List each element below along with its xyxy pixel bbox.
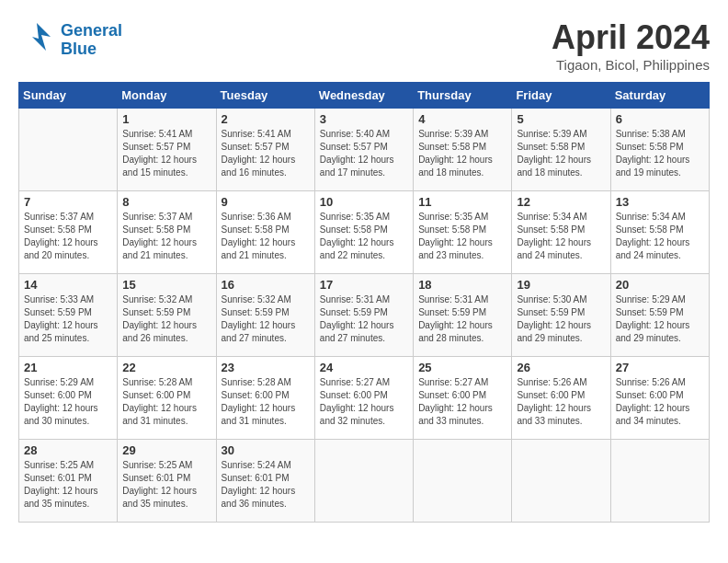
day-number: 30 (222, 443, 310, 457)
day-content: Sunrise: 5:29 AM Sunset: 5:59 PM Dayligh… (616, 293, 704, 345)
calendar-cell (314, 440, 413, 523)
day-content: Sunrise: 5:39 AM Sunset: 5:58 PM Dayligh… (418, 128, 506, 179)
day-content: Sunrise: 5:26 AM Sunset: 6:00 PM Dayligh… (517, 376, 605, 428)
calendar-cell: 2Sunrise: 5:41 AM Sunset: 5:57 PM Daylig… (216, 109, 314, 191)
calendar-cell: 16Sunrise: 5:32 AM Sunset: 5:59 PM Dayli… (216, 274, 314, 357)
location-subtitle: Tigaon, Bicol, Philippines (552, 57, 710, 73)
day-number: 14 (24, 278, 112, 292)
day-content: Sunrise: 5:24 AM Sunset: 6:01 PM Dayligh… (222, 459, 310, 511)
day-content: Sunrise: 5:37 AM Sunset: 5:58 PM Dayligh… (122, 211, 210, 262)
day-content: Sunrise: 5:28 AM Sunset: 6:00 PM Dayligh… (222, 376, 310, 428)
day-number: 16 (222, 278, 310, 292)
day-content: Sunrise: 5:37 AM Sunset: 5:58 PM Dayligh… (24, 211, 112, 262)
logo-icon (18, 18, 55, 62)
day-content: Sunrise: 5:35 AM Sunset: 5:58 PM Dayligh… (418, 211, 506, 262)
day-number: 10 (320, 195, 408, 209)
calendar-cell: 26Sunrise: 5:26 AM Sunset: 6:00 PM Dayli… (512, 357, 610, 440)
calendar-cell: 13Sunrise: 5:34 AM Sunset: 5:58 PM Dayli… (610, 191, 709, 274)
weekday-header: Tuesday (216, 83, 314, 109)
day-content: Sunrise: 5:31 AM Sunset: 5:59 PM Dayligh… (320, 293, 408, 345)
svg-marker-0 (32, 23, 51, 51)
calendar-cell: 23Sunrise: 5:28 AM Sunset: 6:00 PM Dayli… (216, 357, 314, 440)
day-number: 25 (418, 361, 506, 374)
day-number: 15 (122, 278, 210, 292)
calendar-cell: 3Sunrise: 5:40 AM Sunset: 5:57 PM Daylig… (314, 109, 413, 191)
day-number: 23 (222, 361, 310, 374)
calendar-cell: 5Sunrise: 5:39 AM Sunset: 5:58 PM Daylig… (512, 109, 610, 191)
day-content: Sunrise: 5:34 AM Sunset: 5:58 PM Dayligh… (517, 211, 605, 262)
calendar-cell: 25Sunrise: 5:27 AM Sunset: 6:00 PM Dayli… (414, 357, 512, 440)
weekday-header: Monday (118, 83, 216, 109)
day-content: Sunrise: 5:41 AM Sunset: 5:57 PM Dayligh… (122, 128, 210, 179)
day-number: 11 (418, 195, 506, 209)
day-number: 6 (616, 112, 704, 126)
day-number: 27 (616, 361, 704, 374)
day-content: Sunrise: 5:28 AM Sunset: 6:00 PM Dayligh… (122, 376, 210, 428)
day-content: Sunrise: 5:35 AM Sunset: 5:58 PM Dayligh… (320, 211, 408, 262)
day-number: 22 (122, 361, 210, 374)
day-number: 21 (24, 361, 112, 374)
calendar-cell: 7Sunrise: 5:37 AM Sunset: 5:58 PM Daylig… (19, 191, 118, 274)
day-content: Sunrise: 5:39 AM Sunset: 5:58 PM Dayligh… (517, 128, 605, 179)
day-content: Sunrise: 5:26 AM Sunset: 6:00 PM Dayligh… (616, 376, 704, 428)
weekday-header: Sunday (19, 83, 118, 109)
calendar-cell: 30Sunrise: 5:24 AM Sunset: 6:01 PM Dayli… (216, 440, 314, 523)
calendar-week-row: 7Sunrise: 5:37 AM Sunset: 5:58 PM Daylig… (19, 191, 710, 274)
day-number: 5 (517, 112, 605, 126)
day-number: 3 (320, 112, 408, 126)
day-number: 24 (320, 361, 408, 374)
day-number: 12 (517, 195, 605, 209)
calendar-cell: 17Sunrise: 5:31 AM Sunset: 5:59 PM Dayli… (314, 274, 413, 357)
day-number: 7 (24, 195, 112, 209)
calendar-cell: 6Sunrise: 5:38 AM Sunset: 5:58 PM Daylig… (610, 109, 709, 191)
calendar-week-row: 28Sunrise: 5:25 AM Sunset: 6:01 PM Dayli… (19, 440, 710, 523)
day-content: Sunrise: 5:30 AM Sunset: 5:59 PM Dayligh… (517, 293, 605, 345)
day-number: 17 (320, 278, 408, 292)
calendar-cell: 22Sunrise: 5:28 AM Sunset: 6:00 PM Dayli… (118, 357, 216, 440)
day-number: 20 (616, 278, 704, 292)
logo: General Blue (18, 18, 122, 62)
calendar-cell: 27Sunrise: 5:26 AM Sunset: 6:00 PM Dayli… (610, 357, 709, 440)
day-content: Sunrise: 5:32 AM Sunset: 5:59 PM Dayligh… (222, 293, 310, 345)
day-number: 26 (517, 361, 605, 374)
calendar-header-row: SundayMondayTuesdayWednesdayThursdayFrid… (19, 83, 710, 109)
weekday-header: Friday (512, 83, 610, 109)
page-header: General Blue April 2024 Tigaon, Bicol, P… (18, 18, 710, 73)
weekday-header: Saturday (610, 83, 709, 109)
calendar-cell: 21Sunrise: 5:29 AM Sunset: 6:00 PM Dayli… (19, 357, 118, 440)
day-content: Sunrise: 5:29 AM Sunset: 6:00 PM Dayligh… (24, 376, 112, 428)
calendar-cell (19, 109, 118, 191)
calendar-cell: 8Sunrise: 5:37 AM Sunset: 5:58 PM Daylig… (118, 191, 216, 274)
day-content: Sunrise: 5:41 AM Sunset: 5:57 PM Dayligh… (222, 128, 310, 179)
calendar-cell: 24Sunrise: 5:27 AM Sunset: 6:00 PM Dayli… (314, 357, 413, 440)
day-content: Sunrise: 5:31 AM Sunset: 5:59 PM Dayligh… (418, 293, 506, 345)
day-number: 29 (122, 443, 210, 457)
title-block: April 2024 Tigaon, Bicol, Philippines (552, 18, 710, 73)
day-content: Sunrise: 5:38 AM Sunset: 5:58 PM Dayligh… (616, 128, 704, 179)
calendar-cell: 9Sunrise: 5:36 AM Sunset: 5:58 PM Daylig… (216, 191, 314, 274)
month-title: April 2024 (552, 18, 710, 57)
day-number: 9 (222, 195, 310, 209)
day-number: 8 (122, 195, 210, 209)
day-number: 1 (122, 112, 210, 126)
calendar-week-row: 1Sunrise: 5:41 AM Sunset: 5:57 PM Daylig… (19, 109, 710, 191)
day-content: Sunrise: 5:40 AM Sunset: 5:57 PM Dayligh… (320, 128, 408, 179)
day-content: Sunrise: 5:36 AM Sunset: 5:58 PM Dayligh… (222, 211, 310, 262)
calendar-cell: 28Sunrise: 5:25 AM Sunset: 6:01 PM Dayli… (19, 440, 118, 523)
day-number: 13 (616, 195, 704, 209)
day-content: Sunrise: 5:27 AM Sunset: 6:00 PM Dayligh… (418, 376, 506, 428)
calendar-cell (610, 440, 709, 523)
calendar-cell: 29Sunrise: 5:25 AM Sunset: 6:01 PM Dayli… (118, 440, 216, 523)
calendar-week-row: 21Sunrise: 5:29 AM Sunset: 6:00 PM Dayli… (19, 357, 710, 440)
calendar-week-row: 14Sunrise: 5:33 AM Sunset: 5:59 PM Dayli… (19, 274, 710, 357)
day-content: Sunrise: 5:27 AM Sunset: 6:00 PM Dayligh… (320, 376, 408, 428)
day-number: 2 (222, 112, 310, 126)
calendar-cell: 20Sunrise: 5:29 AM Sunset: 5:59 PM Dayli… (610, 274, 709, 357)
day-number: 28 (24, 443, 112, 457)
day-number: 18 (418, 278, 506, 292)
calendar-cell: 4Sunrise: 5:39 AM Sunset: 5:58 PM Daylig… (414, 109, 512, 191)
calendar-cell: 18Sunrise: 5:31 AM Sunset: 5:59 PM Dayli… (414, 274, 512, 357)
weekday-header: Wednesday (314, 83, 413, 109)
day-content: Sunrise: 5:34 AM Sunset: 5:58 PM Dayligh… (616, 211, 704, 262)
calendar-table: SundayMondayTuesdayWednesdayThursdayFrid… (18, 82, 710, 523)
